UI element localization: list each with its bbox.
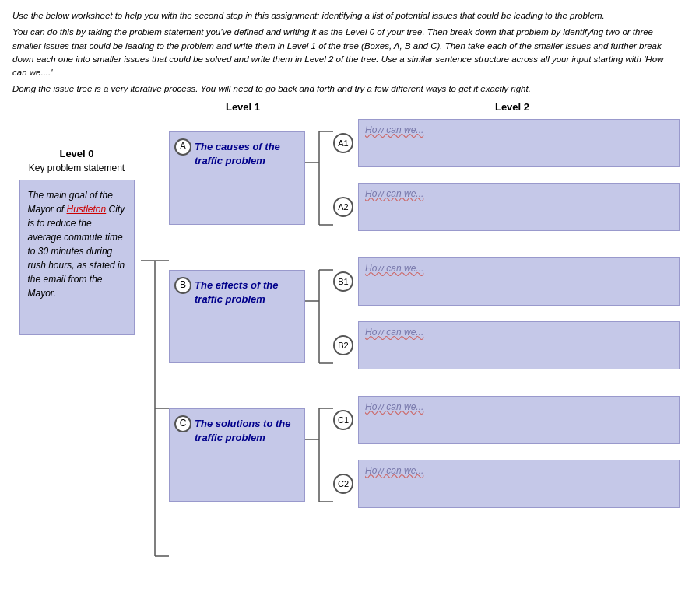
instruction-line2: You can do this by taking the problem st… [12,26,680,79]
level0-text-after: City is to reduce the average commute ti… [28,204,125,299]
l1-box-c[interactable]: C The solutions to the traffic problem [169,408,305,502]
level0-section: Level 0 Key problem statement The main g… [12,101,141,335]
connector-l0-l1 [141,101,169,617]
level0-heading: Level 0 [59,148,93,159]
instruction-line3: Doing the issue tree is a very iterative… [12,82,680,96]
l2-circle-c2: C2 [333,474,353,494]
l1-text-c: The solutions to the traffic problem [195,418,291,443]
l2-group-c: C1 How can we... C2 How can we... [333,396,680,514]
l2-placeholder-b2: How can we... [365,327,423,338]
l2-box-c2[interactable]: How can we... [358,460,680,508]
l2-group-a: A1 How can we... A2 How can we... [333,119,680,237]
l1-group-c: C The solutions to the traffic problem C… [169,393,680,517]
l2-item-c1: C1 How can we... [333,396,680,444]
main-layout: Level 0 Key problem statement The main g… [12,101,680,617]
connector-a-l2 [305,116,333,240]
l2-item-a2: A2 How can we... [333,183,680,231]
l2-box-a2[interactable]: How can we... [358,183,680,231]
l1-circle-c: C [174,415,191,432]
connector-c-svg [305,393,333,517]
l1-box-a[interactable]: A The causes of the traffic problem [169,131,305,225]
connector-b-svg [305,254,333,379]
tree-header-row: Level 1 Level 2 [169,101,680,113]
connector-b-l2 [305,254,333,379]
l2-group-b: B1 How can we... B2 How can we... [333,257,680,376]
l2-placeholder-b1: How can we... [365,263,423,274]
l1-group-b: B The effects of the traffic problem B1 [169,254,680,379]
connector-l0-l1-svg [141,183,169,617]
l2-circle-b2: B2 [333,335,353,355]
level2-header: Level 2 [345,101,680,113]
connector-c-l2 [305,393,333,517]
l1-text-b: The effects of the traffic problem [195,279,278,305]
l2-box-c1[interactable]: How can we... [358,396,680,444]
connector-a-svg [305,116,333,240]
l2-item-b2: B2 How can we... [333,321,680,369]
l2-circle-b1: B1 [333,271,353,292]
l2-circle-c1: C1 [333,410,353,430]
instruction-line1: Use the below worksheet to help you with… [12,9,680,23]
l2-box-b2[interactable]: How can we... [358,321,680,369]
l1-circle-a: A [174,138,191,156]
page-wrapper: Use the below worksheet to help you with… [12,9,680,616]
l1-circle-b: B [174,277,191,294]
l1-box-b[interactable]: B The effects of the traffic problem [169,270,305,363]
instructions: Use the below worksheet to help you with… [12,9,680,96]
l2-placeholder-c1: How can we... [365,401,423,412]
level1-header: Level 1 [169,101,317,113]
l2-placeholder-c2: How can we... [365,465,423,476]
l2-item-b1: B1 How can we... [333,257,680,306]
level0-box[interactable]: The main goal of the Mayor of Hustleton … [19,180,135,335]
l2-box-a1[interactable]: How can we... [358,119,680,167]
l1-text-a: The causes of the traffic problem [195,141,280,166]
hustleton-link: Hustleton [67,204,107,215]
l2-box-b1[interactable]: How can we... [358,257,680,306]
l2-item-c2: C2 How can we... [333,460,680,508]
tree-right: Level 1 Level 2 A The causes of the traf… [169,101,680,517]
l2-placeholder-a1: How can we... [365,124,423,135]
l1-group-a: A The causes of the traffic problem [169,116,680,240]
l2-item-a1: A1 How can we... [333,119,680,167]
l2-placeholder-a2: How can we... [365,188,423,199]
l2-circle-a1: A1 [333,133,353,153]
l2-circle-a2: A2 [333,197,353,217]
level0-subheading: Key problem statement [29,163,125,173]
